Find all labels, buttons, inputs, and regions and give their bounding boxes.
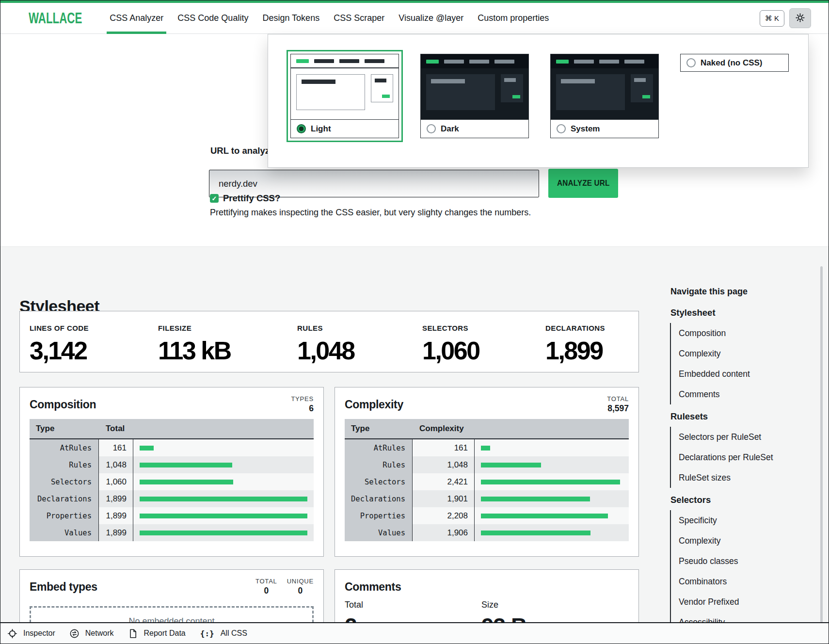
nav-item-visualize-layer[interactable]: Visualize @layer bbox=[398, 3, 464, 33]
mini-nav-chip bbox=[365, 59, 384, 63]
theme-toggle-button[interactable] bbox=[789, 8, 811, 28]
theme-option-dark[interactable]: Dark bbox=[420, 54, 529, 138]
wallace-logo[interactable]: WALLACE bbox=[29, 10, 82, 27]
bar-track bbox=[140, 497, 307, 501]
nav-item-design-tokens[interactable]: Design Tokens bbox=[261, 3, 320, 33]
statusbar-item-inspector[interactable]: Inspector bbox=[8, 629, 55, 638]
theme-option-light[interactable]: Light bbox=[290, 54, 399, 138]
row-type-label: Declarations bbox=[345, 490, 413, 507]
stat-label: Total bbox=[345, 600, 481, 610]
mini-text-chip bbox=[634, 78, 646, 82]
mini-logo-chip bbox=[556, 60, 569, 64]
mini-text-chip bbox=[504, 78, 516, 82]
bar-track bbox=[481, 480, 620, 484]
theme-option-row: Naked (no CSS) bbox=[681, 54, 788, 71]
prettify-checkbox[interactable]: ✓ bbox=[210, 194, 219, 203]
nav-item-custom-properties[interactable]: Custom properties bbox=[477, 3, 550, 33]
toc-item-pseudo-classes[interactable]: Pseudo classes bbox=[679, 551, 805, 571]
radio-light[interactable] bbox=[297, 124, 306, 133]
value-bar bbox=[140, 514, 307, 518]
toc-item-complexity[interactable]: Complexity bbox=[679, 343, 805, 364]
table-row-declarations: Declarations1,899 bbox=[30, 490, 314, 507]
theme-option-row: System bbox=[551, 119, 658, 138]
toc-item-ruleset-sizes[interactable]: RuleSet sizes bbox=[679, 467, 805, 488]
toc-item-declarations-per-ruleset[interactable]: Declarations per RuleSet bbox=[679, 447, 805, 467]
row-value: 161 bbox=[413, 439, 475, 456]
mini-nav-chip bbox=[469, 60, 489, 64]
row-value: 1,060 bbox=[99, 473, 133, 490]
row-type-label: Values bbox=[345, 524, 413, 541]
radio-system[interactable] bbox=[557, 124, 566, 133]
stat-value: 113 kB bbox=[158, 336, 297, 365]
table-row-properties: Properties1,899 bbox=[30, 507, 314, 524]
toc-item-selectors-per-ruleset[interactable]: Selectors per RuleSet bbox=[679, 427, 805, 447]
card-title: Embed types bbox=[30, 580, 97, 594]
mini-nav-chip bbox=[624, 60, 644, 64]
row-value: 1,906 bbox=[413, 524, 475, 541]
theme-preview-thumbnail bbox=[421, 54, 528, 119]
stat-value: 0 bbox=[255, 586, 277, 596]
toc-item-comments[interactable]: Comments bbox=[679, 384, 805, 404]
statusbar-item-report-data[interactable]: Report Data bbox=[128, 629, 186, 638]
table-row-rules: Rules1,048 bbox=[345, 456, 629, 473]
value-bar bbox=[481, 497, 590, 501]
toc-item-list: Selectors per RuleSetDeclarations per Ru… bbox=[670, 427, 805, 488]
statusbar-item-all-css[interactable]: {:}All CSS bbox=[200, 629, 247, 638]
stat-label: Size bbox=[481, 600, 629, 610]
theme-option-naked-no-css[interactable]: Naked (no CSS) bbox=[680, 54, 789, 72]
command-k-button[interactable]: ⌘ K bbox=[760, 10, 784, 27]
table-row-atrules: AtRules161 bbox=[30, 439, 314, 456]
card-title: Complexity bbox=[345, 398, 403, 411]
complexity-table: TypeComplexityAtRules161Rules1,048Select… bbox=[345, 419, 629, 541]
mini-small-box bbox=[631, 74, 653, 102]
toc-section-rulesets[interactable]: Rulesets bbox=[670, 409, 805, 424]
row-type-label: Properties bbox=[30, 507, 99, 524]
stat-selectors: SELECTORS1,060 bbox=[422, 324, 545, 372]
scrollbar-thumb[interactable] bbox=[820, 266, 823, 623]
value-bar bbox=[481, 514, 608, 518]
toc-item-vendor-prefixed[interactable]: Vendor Prefixed bbox=[679, 592, 805, 612]
radio-naked-no-css[interactable] bbox=[686, 58, 696, 67]
toc-item-list: CompositionComplexityEmbedded contentCom… bbox=[670, 323, 805, 404]
nav-item-css-scraper[interactable]: CSS Scraper bbox=[333, 3, 385, 33]
stat-declarations: DECLARATIONS1,899 bbox=[545, 324, 638, 372]
mini-content bbox=[421, 68, 528, 119]
row-type-label: Selectors bbox=[345, 473, 413, 490]
row-type-label: AtRules bbox=[345, 439, 413, 456]
toc-item-specificity[interactable]: Specificity bbox=[679, 510, 805, 531]
statusbar-item-label: Report Data bbox=[144, 629, 186, 638]
bar-track bbox=[481, 497, 620, 501]
mini-text-bar bbox=[431, 79, 465, 83]
theme-option-row: Light bbox=[291, 119, 399, 138]
toc-section-stylesheet[interactable]: Stylesheet bbox=[670, 306, 805, 320]
toc-item-embedded-content[interactable]: Embedded content bbox=[679, 364, 805, 384]
nav-item-css-code-quality[interactable]: CSS Code Quality bbox=[176, 3, 249, 33]
statusbar-item-network[interactable]: Network bbox=[70, 629, 114, 638]
mini-content bbox=[291, 68, 399, 119]
radio-dark[interactable] bbox=[427, 124, 436, 133]
toc-item-complexity[interactable]: Complexity bbox=[679, 531, 805, 551]
value-bar bbox=[140, 480, 233, 484]
bar-track bbox=[481, 446, 620, 451]
theme-option-system[interactable]: System bbox=[550, 54, 659, 138]
column-header-value: Total bbox=[99, 419, 133, 438]
nav-item-css-analyzer[interactable]: CSS Analyzer bbox=[109, 3, 164, 33]
value-bar bbox=[481, 446, 490, 451]
prettify-row: ✓ Prettify CSS? bbox=[210, 193, 280, 204]
value-bar bbox=[140, 446, 154, 451]
toc-section-selectors[interactable]: Selectors bbox=[670, 493, 805, 507]
toc-item-composition[interactable]: Composition bbox=[679, 323, 805, 343]
analyze-url-button[interactable]: ANALYZE URL bbox=[548, 169, 618, 198]
stat-value: 1,048 bbox=[297, 336, 422, 365]
header-controls: ⌘ K bbox=[760, 8, 811, 28]
row-type-label: AtRules bbox=[30, 439, 99, 456]
theme-option-label: Naked (no CSS) bbox=[701, 58, 763, 68]
stat-label: SELECTORS bbox=[422, 324, 545, 332]
theme-option-label: Light bbox=[311, 124, 331, 134]
toc-item-combinators[interactable]: Combinators bbox=[679, 571, 805, 592]
card-meta: TOTAL 8,597 bbox=[607, 395, 629, 414]
row-value: 1,901 bbox=[413, 490, 475, 507]
bar-track bbox=[140, 446, 307, 451]
report-data-icon bbox=[128, 629, 138, 638]
row-type-label: Rules bbox=[30, 456, 99, 473]
